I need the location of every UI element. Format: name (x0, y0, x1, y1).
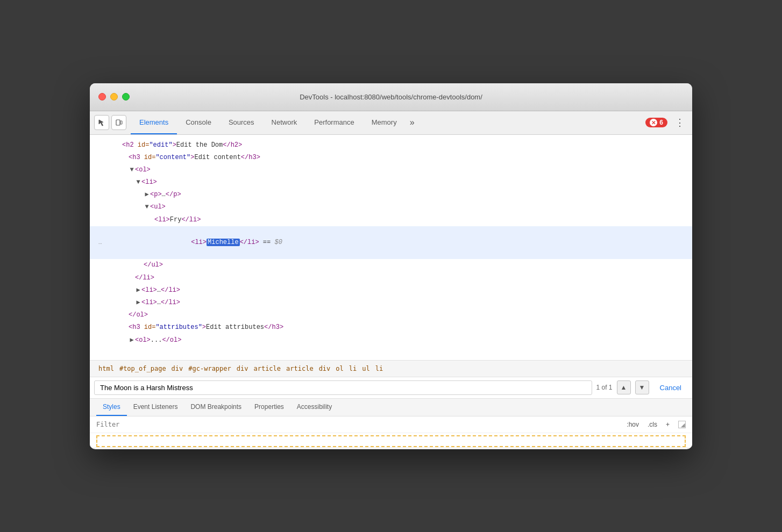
lower-panel: Styles Event Listeners DOM Breakpoints P… (90, 399, 692, 447)
breadcrumb-li2[interactable]: li (373, 364, 385, 373)
breadcrumb-ul[interactable]: ul (360, 364, 372, 373)
error-icon: ✕ (650, 119, 657, 126)
dom-line[interactable]: </ul> (90, 259, 692, 271)
select-element-button[interactable] (94, 115, 109, 130)
window-title: DevTools - localhost:8080/web/tools/chro… (300, 93, 482, 101)
titlebar: DevTools - localhost:8080/web/tools/chro… (90, 83, 692, 111)
minimize-button[interactable] (110, 93, 118, 100)
filter-actions: :hov .cls + (624, 420, 672, 429)
more-tabs-button[interactable]: » (406, 116, 419, 130)
breadcrumb-article1[interactable]: article (251, 364, 283, 373)
search-cancel-button[interactable]: Cancel (653, 381, 688, 394)
tab-performance[interactable]: Performance (305, 111, 362, 134)
dom-panel: <h2 id="edit">Edit the Dom</h2> <h3 id="… (90, 135, 692, 361)
dom-line[interactable]: </li> (90, 272, 692, 284)
lower-tabs: Styles Event Listeners DOM Breakpoints P… (90, 399, 692, 416)
toolbar: Elements Console Sources Network Perform… (90, 111, 692, 135)
selected-node-text: Michelle (207, 239, 240, 246)
dom-line[interactable]: ▶<li>…</li> (90, 297, 692, 309)
svg-rect-1 (120, 121, 122, 124)
filter-input[interactable] (96, 421, 618, 428)
dom-line[interactable]: <h2 id="edit">Edit the Dom</h2> (90, 139, 692, 152)
error-count: 6 (659, 119, 663, 126)
breadcrumb-article2[interactable]: article (284, 364, 316, 373)
breadcrumb-li1[interactable]: li (347, 364, 359, 373)
tab-sources[interactable]: Sources (220, 111, 263, 134)
dom-line[interactable]: </ol> (90, 309, 692, 321)
tab-dom-breakpoints[interactable]: DOM Breakpoints (184, 399, 248, 416)
traffic-lights (98, 93, 130, 100)
tab-event-listeners[interactable]: Event Listeners (127, 399, 184, 416)
error-badge[interactable]: ✕ 6 (645, 118, 667, 127)
breadcrumb-div3[interactable]: div (317, 364, 333, 373)
tab-console[interactable]: Console (177, 111, 220, 134)
dom-line[interactable]: <h3 id="content">Edit content</h3> (90, 152, 692, 164)
search-prev-button[interactable]: ▲ (617, 380, 631, 394)
tab-elements[interactable]: Elements (131, 111, 177, 134)
breadcrumb-ol[interactable]: ol (333, 364, 345, 373)
dashed-border-indicator (96, 435, 686, 447)
search-next-button[interactable]: ▼ (635, 380, 649, 394)
dom-line-highlighted[interactable]: … <li>Michelle</li> == $0 (90, 226, 692, 260)
tab-network[interactable]: Network (263, 111, 306, 134)
breadcrumb-html[interactable]: html (96, 364, 116, 373)
svg-rect-0 (116, 120, 120, 125)
breadcrumb-gc-wrapper[interactable]: #gc-wrapper (186, 364, 233, 373)
dom-line[interactable]: ▼<ol> (90, 164, 692, 176)
breadcrumb-bar: html #top_of_page div #gc-wrapper div ar… (90, 361, 692, 377)
tab-memory[interactable]: Memory (363, 111, 406, 134)
dom-line[interactable]: ▼<li> (90, 176, 692, 189)
dom-line[interactable]: ▶<ol>...</ol> (90, 334, 692, 347)
search-count: 1 of 1 (596, 384, 613, 391)
dom-line[interactable]: ▶<p>…</p> (90, 189, 692, 201)
device-mode-button[interactable] (111, 115, 126, 130)
dom-line[interactable]: <h3 id="attributes">Edit attributes</h3> (90, 321, 692, 334)
breadcrumb-top-of-page[interactable]: #top_of_page (117, 364, 168, 373)
search-bar: 1 of 1 ▲ ▼ Cancel (90, 377, 692, 399)
hov-button[interactable]: :hov (624, 420, 641, 429)
tab-properties[interactable]: Properties (248, 399, 290, 416)
toolbar-tabs: Elements Console Sources Network Perform… (131, 111, 645, 134)
filter-bar: :hov .cls + ◢ (90, 416, 692, 433)
resize-handle[interactable]: ◢ (678, 421, 686, 428)
toolbar-right: ✕ 6 ⋮ (645, 114, 688, 131)
add-style-button[interactable]: + (664, 420, 672, 429)
search-input[interactable] (94, 380, 592, 395)
cls-button[interactable]: .cls (645, 420, 659, 429)
breadcrumb-div2[interactable]: div (234, 364, 251, 373)
tab-accessibility[interactable]: Accessibility (290, 399, 338, 416)
dom-line[interactable]: <li>Fry</li> (90, 214, 692, 226)
dom-line[interactable]: ▶<li>…</li> (90, 284, 692, 297)
breadcrumb-div1[interactable]: div (169, 364, 186, 373)
more-options-button[interactable]: ⋮ (672, 114, 688, 131)
devtools-window: DevTools - localhost:8080/web/tools/chro… (90, 83, 692, 449)
tab-styles[interactable]: Styles (96, 399, 127, 416)
toolbar-icons (94, 115, 126, 130)
dom-line[interactable]: ▼<ul> (90, 201, 692, 213)
close-button[interactable] (98, 93, 106, 100)
maximize-button[interactable] (122, 93, 130, 100)
